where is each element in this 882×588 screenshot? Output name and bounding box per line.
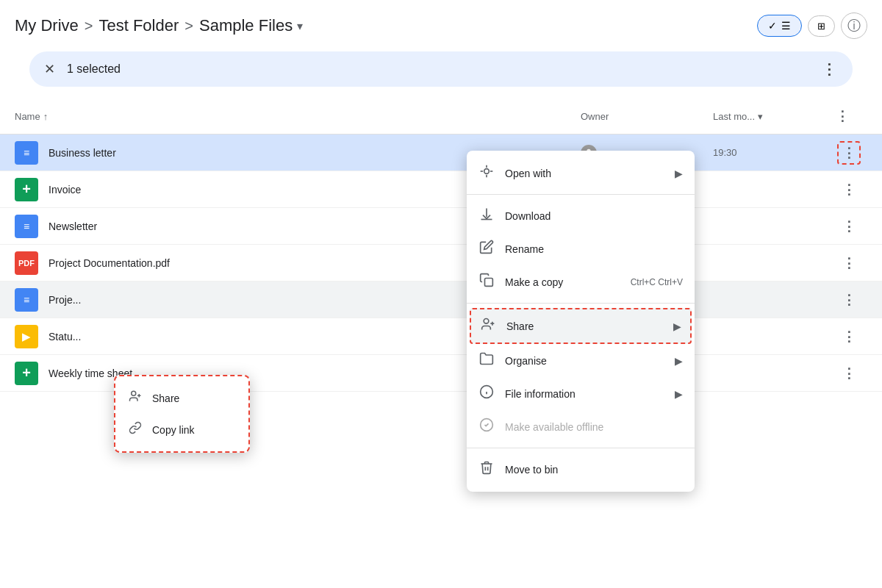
table-header: Name ↑ Owner Last mo... ▾ ⋮ (0, 98, 882, 135)
rename-icon (478, 240, 495, 258)
svg-point-1 (484, 169, 490, 174)
menu-label-file-info: File information (505, 388, 664, 400)
file-table: Name ↑ Owner Last mo... ▾ ⋮ ≡ Business l… (0, 98, 882, 392)
menu-label-open-with: Open with (505, 168, 664, 179)
column-modified[interactable]: Last mo... ▾ (713, 111, 831, 122)
status-more-button[interactable]: ⋮ (837, 325, 861, 348)
column-name[interactable]: Name ↑ (15, 111, 581, 122)
selection-count: 1 selected (67, 62, 810, 76)
file-more: ⋮ (831, 141, 867, 165)
menu-label-share: Share (506, 320, 663, 332)
project-x-more-button[interactable]: ⋮ (837, 288, 861, 312)
file-info-icon (478, 384, 495, 403)
menu-item-file-info[interactable]: File information ▶ (467, 377, 695, 410)
list-view-button[interactable]: ✓ ☰ (757, 15, 802, 37)
file-more: ⋮ (831, 362, 867, 385)
checkmark-icon: ✓ (768, 20, 777, 32)
docs-icon: ≡ (15, 141, 38, 165)
breadcrumb-test-folder[interactable]: Test Folder (98, 16, 179, 35)
bin-icon (478, 460, 495, 478)
copy-icon (478, 273, 495, 291)
open-with-icon (478, 164, 495, 182)
sheets-icon: + (15, 362, 38, 385)
breadcrumb-sample-files[interactable]: Sample Files ▾ (199, 16, 303, 35)
mini-context-menu: Share Copy link (114, 375, 250, 453)
menu-item-open-with[interactable]: Open with ▶ (467, 157, 695, 190)
make-copy-shortcut: Ctrl+C Ctrl+V (631, 277, 683, 287)
view-controls: ✓ ☰ ⊞ ⓘ (757, 12, 867, 39)
file-row-business-letter[interactable]: ≡ Business letter me 19:30 ⋮ (0, 135, 882, 171)
mini-copy-link-label: Copy link (152, 424, 195, 436)
menu-label-organise: Organise (505, 355, 664, 367)
copy-link-icon (127, 421, 143, 438)
context-menu: Open with ▶ Download Rename Make a copy … (467, 151, 695, 492)
menu-item-download[interactable]: Download (467, 199, 695, 232)
column-owner: Owner (581, 111, 713, 122)
file-more: ⋮ (831, 288, 867, 312)
sample-files-dropdown-arrow[interactable]: ▾ (297, 19, 303, 33)
divider-3 (467, 448, 695, 448)
file-row-status[interactable]: ▶ Statu... ⋮ (0, 318, 882, 355)
header: My Drive > Test Folder > Sample Files ▾ … (0, 0, 882, 51)
mini-menu-item-share[interactable]: Share (115, 382, 248, 414)
newsletter-more-button[interactable]: ⋮ (837, 215, 861, 238)
project-doc-more-button[interactable]: ⋮ (837, 251, 861, 275)
download-icon (478, 207, 495, 225)
selection-more-button[interactable]: ⋮ (822, 60, 838, 78)
organise-arrow: ▶ (675, 355, 683, 367)
file-row-invoice[interactable]: + Invoice ⋮ (0, 171, 882, 208)
file-more: ⋮ (831, 251, 867, 275)
menu-label-download: Download (505, 210, 683, 222)
menu-item-offline: Make available offline (467, 410, 695, 443)
weekly-timesheet-more-button[interactable]: ⋮ (837, 362, 861, 385)
menu-label-make-copy: Make a copy (505, 276, 620, 288)
slides-icon: ▶ (15, 325, 38, 348)
breadcrumb-sep-2: > (184, 18, 193, 35)
mini-share-label: Share (152, 392, 179, 404)
pdf-icon: PDF (15, 251, 38, 275)
breadcrumb: My Drive > Test Folder > Sample Files ▾ (15, 16, 303, 35)
menu-label-offline: Make available offline (505, 421, 683, 433)
file-modified: 19:30 (713, 147, 831, 158)
menu-label-move-bin: Move to bin (505, 464, 683, 476)
file-more: ⋮ (831, 178, 867, 201)
grid-icon: ⊞ (817, 21, 825, 32)
svg-point-15 (132, 391, 136, 395)
table-header-more[interactable]: ⋮ (831, 104, 854, 128)
info-button[interactable]: ⓘ (841, 12, 867, 39)
deselect-button[interactable]: ✕ (44, 61, 55, 77)
selection-bar-wrapper: ✕ 1 selected ⋮ (0, 51, 882, 87)
mini-menu-item-copy-link[interactable]: Copy link (115, 414, 248, 445)
breadcrumb-my-drive[interactable]: My Drive (15, 16, 79, 35)
menu-item-make-copy[interactable]: Make a copy Ctrl+C Ctrl+V (467, 265, 695, 298)
selection-bar: ✕ 1 selected ⋮ (29, 51, 853, 87)
file-row-project-x[interactable]: ≡ Proje... ⋮ (0, 282, 882, 318)
sheets-icon: + (15, 178, 38, 201)
file-info-arrow: ▶ (675, 388, 683, 400)
file-row-newsletter[interactable]: ≡ Newsletter ⋮ (0, 208, 882, 245)
divider-1 (467, 194, 695, 195)
open-with-arrow: ▶ (675, 168, 683, 179)
svg-point-8 (484, 319, 489, 324)
column-actions: ⋮ (831, 104, 867, 128)
share-icon (480, 317, 496, 335)
menu-item-share[interactable]: Share ▶ (470, 308, 692, 344)
divider-2 (467, 303, 695, 304)
menu-item-rename[interactable]: Rename (467, 232, 695, 265)
menu-item-move-bin[interactable]: Move to bin (467, 453, 695, 486)
menu-label-rename: Rename (505, 243, 683, 255)
organise-icon (478, 351, 495, 370)
grid-view-button[interactable]: ⊞ (808, 15, 835, 37)
info-icon: ⓘ (847, 17, 861, 35)
business-letter-more-button[interactable]: ⋮ (837, 141, 861, 165)
svg-rect-7 (485, 279, 493, 287)
menu-item-organise[interactable]: Organise ▶ (467, 344, 695, 377)
docs-icon: ≡ (15, 288, 38, 312)
list-lines-icon: ☰ (781, 20, 791, 32)
share-arrow: ▶ (673, 320, 681, 332)
mini-share-icon (127, 390, 143, 406)
docs-icon: ≡ (15, 215, 38, 238)
file-row-project-doc[interactable]: PDF Project Documentation.pdf ⋮ (0, 245, 882, 282)
breadcrumb-sep-1: > (85, 18, 93, 35)
invoice-more-button[interactable]: ⋮ (837, 178, 861, 201)
